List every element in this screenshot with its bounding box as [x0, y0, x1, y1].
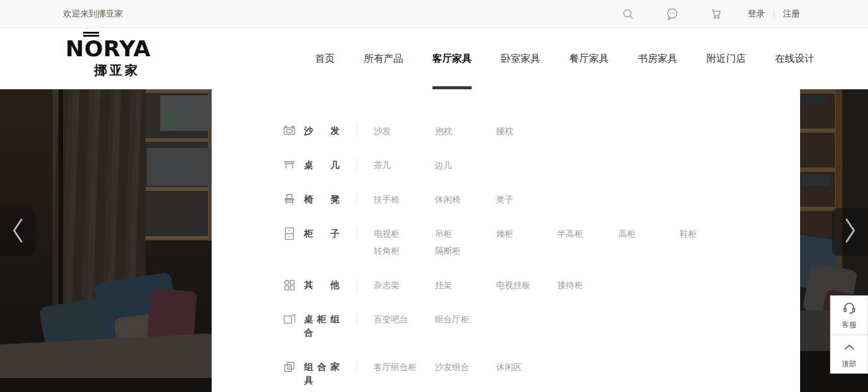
cart-icon[interactable]	[710, 7, 723, 21]
category-divider	[357, 313, 357, 325]
menu-item-link[interactable]: 隔断柜	[435, 244, 496, 257]
chevron-up-icon	[842, 339, 857, 357]
category-label[interactable]: 组合家具	[304, 360, 339, 387]
category-divider	[357, 361, 357, 373]
nav-item[interactable]: 客厅家具	[432, 28, 472, 89]
mega-menu-panel: 沙发沙发抱枕腰枕桌几茶几边几椅凳扶手椅休闲椅凳子柜子电视柜吊柜矮柜半高柜高柜鞋柜…	[212, 89, 800, 392]
category-divider	[357, 193, 357, 205]
category-items: 客厅组合柜沙发组合休闲区	[374, 360, 557, 374]
menu-item-link[interactable]: 抱枕	[435, 124, 496, 138]
menu-item-link[interactable]: 百变吧台	[374, 312, 435, 326]
back-to-top-button[interactable]: 顶部	[830, 335, 868, 374]
welcome-text: 欢迎来到挪亚家	[63, 0, 123, 28]
menu-category-row: 柜子电视柜吊柜矮柜半高柜高柜鞋柜转角柜隔断柜	[212, 227, 800, 257]
menu-item-link[interactable]: 电视柜	[374, 227, 435, 240]
category-label[interactable]: 沙发	[304, 124, 339, 138]
menu-category-row: 椅凳扶手椅休闲椅凳子	[212, 193, 800, 206]
menu-category-row: 组合家具客厅组合柜沙发组合休闲区	[212, 360, 800, 387]
brand-logo[interactable]: NORYA 挪亚家	[65, 36, 150, 79]
menu-item-link[interactable]: 吊柜	[435, 227, 496, 240]
carousel-next-button[interactable]	[832, 208, 868, 256]
category-items: 杂志架挂架电视挂板接待柜	[374, 278, 618, 292]
menu-category-row: 其他杂志架挂架电视挂板接待柜	[212, 278, 800, 292]
category-menu: 沙发沙发抱枕腰枕桌几茶几边几椅凳扶手椅休闲椅凳子柜子电视柜吊柜矮柜半高柜高柜鞋柜…	[212, 89, 800, 387]
menu-item-link[interactable]: 电视挂板	[496, 278, 557, 292]
category-items: 沙发抱枕腰枕	[374, 124, 557, 138]
category-label[interactable]: 桌几	[304, 158, 339, 172]
nav-item[interactable]: 首页	[315, 28, 335, 89]
menu-item-link[interactable]: 转角柜	[374, 244, 435, 257]
menu-item-link[interactable]: 沙发	[374, 124, 435, 138]
topbar: 欢迎来到挪亚家 登录 | 注册	[0, 0, 868, 28]
floating-widgets: 客服 顶部	[830, 295, 868, 374]
menu-item-link[interactable]: 半高柜	[557, 227, 618, 240]
message-icon[interactable]	[666, 7, 679, 21]
menu-item-link[interactable]: 高柜	[618, 227, 680, 240]
category-label[interactable]: 椅凳	[304, 193, 339, 206]
menu-item-link[interactable]: 扶手椅	[374, 193, 435, 206]
menu-item-link[interactable]: 客厅组合柜	[374, 360, 435, 374]
menu-item-link[interactable]: 休闲椅	[435, 193, 496, 206]
category-divider	[357, 227, 357, 240]
menu-item-link[interactable]: 凳子	[496, 193, 557, 206]
menu-item-link[interactable]: 鞋柜	[680, 227, 741, 240]
nav-item[interactable]: 所有产品	[364, 28, 403, 89]
brand-name-cn: 挪亚家	[65, 62, 150, 79]
carousel-prev-button[interactable]	[0, 208, 35, 256]
chevron-right-icon	[842, 216, 859, 248]
menu-item-link[interactable]: 接待柜	[557, 278, 618, 292]
main-nav: 首页所有产品客厅家具卧室家具餐厅家具书房家具附近门店在线设计	[315, 28, 844, 89]
category-items: 电视柜吊柜矮柜半高柜高柜鞋柜转角柜隔断柜	[374, 227, 741, 257]
login-link[interactable]: 登录	[748, 9, 765, 20]
register-link[interactable]: 注册	[783, 9, 800, 20]
chair-icon	[283, 193, 296, 206]
category-divider	[357, 159, 357, 171]
category-divider	[357, 125, 357, 137]
nav-item[interactable]: 书房家具	[638, 28, 677, 89]
grid-icon	[283, 278, 296, 292]
menu-item-link[interactable]: 沙发组合	[435, 360, 496, 374]
menu-item-link[interactable]: 茶几	[374, 158, 435, 172]
header: NORYA 挪亚家 首页所有产品客厅家具卧室家具餐厅家具书房家具附近门店在线设计	[0, 28, 868, 89]
overlap-squares-icon	[283, 360, 296, 374]
menu-category-row: 桌几茶几边几	[212, 158, 800, 172]
nav-item[interactable]: 餐厅家具	[569, 28, 609, 89]
sofa-icon	[283, 124, 296, 138]
search-icon[interactable]	[621, 7, 635, 21]
back-to-top-label: 顶部	[842, 359, 856, 369]
table-icon	[283, 158, 296, 172]
menu-item-link[interactable]: 组合厅柜	[435, 312, 496, 326]
table-cabinet-icon	[283, 312, 296, 326]
headset-icon	[842, 300, 857, 318]
menu-item-link[interactable]: 休闲区	[496, 360, 557, 374]
menu-item-link[interactable]: 边几	[435, 158, 496, 172]
cabinet-icon	[283, 227, 296, 240]
nav-item[interactable]: 在线设计	[775, 28, 814, 89]
nav-item[interactable]: 附近门店	[707, 28, 746, 89]
nav-item[interactable]: 卧室家具	[501, 28, 540, 89]
logo-o-bars-decoration	[83, 32, 99, 37]
category-items: 茶几边几	[374, 158, 496, 172]
category-items: 百变吧台组合厅柜	[374, 312, 496, 326]
category-divider	[357, 279, 357, 291]
category-label[interactable]: 桌柜组合	[304, 312, 339, 339]
menu-item-link[interactable]: 矮柜	[496, 227, 557, 240]
topbar-actions: 登录 | 注册	[621, 0, 800, 28]
menu-item-link[interactable]: 杂志架	[374, 278, 435, 292]
customer-service-button[interactable]: 客服	[830, 295, 868, 335]
menu-item-link[interactable]: 挂架	[435, 278, 496, 292]
category-items: 扶手椅休闲椅凳子	[374, 193, 557, 206]
menu-item-link[interactable]: 腰枕	[496, 124, 557, 138]
customer-service-label: 客服	[842, 320, 856, 330]
auth-divider: |	[773, 9, 775, 18]
chevron-left-icon	[9, 216, 26, 248]
menu-category-row: 桌柜组合百变吧台组合厅柜	[212, 312, 800, 339]
category-label[interactable]: 柜子	[304, 227, 339, 240]
category-label[interactable]: 其他	[304, 278, 339, 292]
brand-name-en: NORYA	[65, 36, 150, 61]
menu-category-row: 沙发沙发抱枕腰枕	[212, 124, 800, 138]
